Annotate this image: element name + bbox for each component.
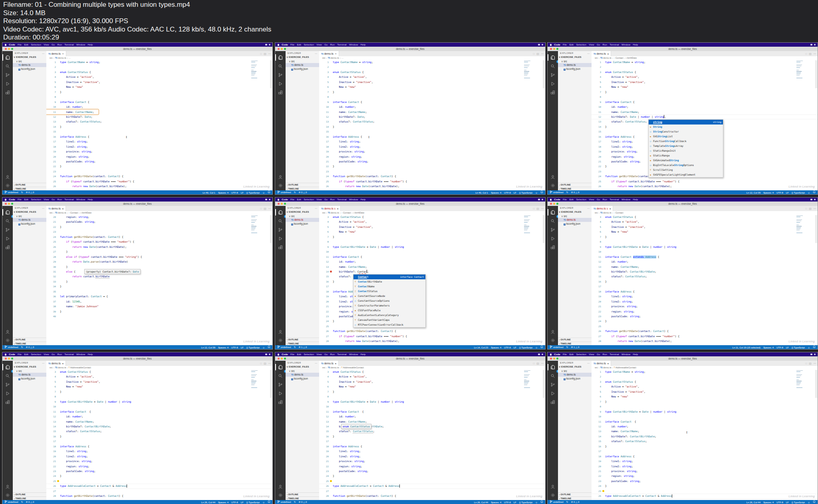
control-center-icon[interactable]: [542, 354, 544, 356]
cursor-position[interactable]: Ln 26, Col 44: [474, 501, 488, 504]
suggest-item[interactable]: ○StaticRangeInit: [649, 148, 723, 153]
encoding[interactable]: UTF-8: [504, 192, 511, 194]
menu-window[interactable]: Window: [621, 352, 630, 356]
control-center-icon[interactable]: [542, 199, 544, 201]
sync-icon[interactable]: ↻: [294, 191, 296, 194]
menu-terminal[interactable]: Terminal: [610, 43, 619, 47]
eol[interactable]: LF: [786, 192, 789, 194]
sidebar-item-src[interactable]: ∨src: [13, 59, 50, 63]
suggest-item[interactable]: ◆SVGFESpecularLightingElement: [649, 172, 723, 177]
traffic-light-close[interactable]: [278, 358, 280, 360]
tab-demo-ts[interactable]: TSdemo.ts●: [319, 361, 339, 366]
language-mode[interactable]: {} TypeScript: [519, 346, 532, 349]
run-debug-icon[interactable]: [5, 390, 10, 395]
feedback-smiley-icon[interactable]: ☺: [262, 501, 265, 504]
eol[interactable]: LF: [786, 501, 789, 504]
sync-icon[interactable]: ↻: [294, 501, 296, 503]
traffic-light-minimize[interactable]: [553, 48, 555, 50]
settings-gear-icon[interactable]: [550, 337, 555, 342]
menu-run[interactable]: Run: [58, 198, 62, 202]
menu-code[interactable]: Code: [9, 198, 15, 202]
open-preview-icon[interactable]: □: [805, 207, 807, 210]
menu-selection[interactable]: Selection: [31, 352, 41, 356]
problems-item[interactable]: ⊘ 0 △ 0: [571, 191, 579, 194]
menu-terminal[interactable]: Terminal: [610, 352, 619, 356]
menu-selection[interactable]: Selection: [576, 43, 586, 47]
search-icon[interactable]: [278, 373, 283, 378]
explorer-root-folder[interactable]: ∨EXERCISE_FILES: [558, 210, 592, 214]
indentation[interactable]: Spaces: 4: [491, 501, 501, 504]
notifications-bell-icon[interactable]: [540, 346, 543, 349]
explorer-more-actions-icon[interactable]: ⋯: [587, 52, 590, 55]
minimap[interactable]: [524, 215, 542, 235]
explorer-more-actions-icon[interactable]: ⋯: [315, 362, 317, 364]
eol[interactable]: LF: [241, 501, 244, 504]
more-actions-icon[interactable]: ⋯: [268, 207, 271, 210]
screen-record-icon[interactable]: [538, 354, 540, 356]
indentation[interactable]: Spaces: 4: [491, 192, 501, 194]
scrollbar-slider[interactable]: [270, 60, 272, 88]
suggest-item[interactable]: ◆SVGStringList: [649, 134, 723, 139]
explorer-icon[interactable]: [5, 54, 10, 59]
menu-help[interactable]: Help: [88, 43, 93, 47]
more-actions-icon[interactable]: ⋯: [814, 362, 816, 365]
source-control-icon[interactable]: [5, 227, 10, 231]
menu-help[interactable]: Help: [88, 198, 93, 202]
code-editor[interactable]: 3enum ContactStatus {4 Active = "active"…: [319, 215, 545, 345]
search-icon[interactable]: [5, 63, 10, 68]
apple-icon[interactable]: [550, 44, 552, 46]
suggest-item[interactable]: ○FunctionStringCallback: [649, 139, 723, 144]
tab-demo-ts[interactable]: TSdemo.ts●: [592, 361, 611, 366]
traffic-light-zoom[interactable]: [556, 358, 558, 360]
feedback-smiley-icon[interactable]: ☺: [262, 192, 265, 194]
code-editor[interactable]: 1type ContactName = string;23enum Contac…: [592, 370, 818, 500]
code-editor[interactable]: 3enum ContactStatus {4 Active = "active"…: [319, 370, 545, 500]
indentation[interactable]: Spaces: 4: [218, 346, 228, 349]
sidebar-item-src[interactable]: ∨src: [286, 369, 322, 373]
more-actions-icon[interactable]: ⋯: [541, 362, 544, 365]
scrollbar-slider[interactable]: [543, 370, 545, 398]
traffic-light-minimize[interactable]: [8, 48, 10, 50]
menu-run[interactable]: Run: [330, 198, 335, 202]
eol[interactable]: LF: [514, 346, 516, 349]
search-icon[interactable]: [550, 63, 555, 68]
menu-view[interactable]: View: [44, 43, 49, 47]
explorer-more-actions-icon[interactable]: ⋯: [315, 207, 317, 210]
sidebar-item-src[interactable]: ∨src: [13, 214, 50, 218]
split-editor-icon[interactable]: ◫: [809, 207, 811, 210]
traffic-light-zoom[interactable]: [556, 203, 558, 205]
scrollbar-slider[interactable]: [543, 60, 545, 88]
run-debug-icon[interactable]: [278, 235, 283, 240]
cursor-position[interactable]: Ln 12, Col 39: [747, 192, 760, 194]
encoding[interactable]: UTF-8: [776, 346, 783, 349]
suggest-item[interactable]: TCanvasFontVariantCaps: [353, 318, 425, 322]
control-center-icon[interactable]: [542, 44, 544, 46]
menu-window[interactable]: Window: [76, 43, 85, 47]
eol[interactable]: LF: [514, 192, 516, 194]
suggest-item[interactable]: ○RTCPeerConnectionErrorCallback: [353, 322, 425, 327]
search-icon[interactable]: [5, 218, 10, 223]
extensions-icon[interactable]: [5, 399, 10, 404]
explorer-root-folder[interactable]: ∨EXERCISE_FILES: [13, 210, 47, 214]
sync-icon[interactable]: ↻: [566, 346, 568, 348]
control-center-icon[interactable]: [814, 354, 816, 356]
traffic-light-close[interactable]: [550, 48, 552, 50]
menu-run[interactable]: Run: [603, 43, 607, 47]
menu-help[interactable]: Help: [361, 198, 366, 202]
menu-terminal[interactable]: Terminal: [610, 198, 619, 202]
scrollbar-slider[interactable]: [815, 370, 817, 398]
menu-file[interactable]: File: [563, 198, 567, 202]
menu-edit[interactable]: Edit: [24, 43, 28, 47]
account-icon[interactable]: [278, 329, 283, 334]
encoding[interactable]: UTF-8: [231, 192, 238, 194]
explorer-icon[interactable]: 1: [550, 209, 555, 214]
intellisense-suggest-widget[interactable]: ▪stringstring◆String○StringConstructor◆S…: [648, 119, 723, 178]
screen-record-icon[interactable]: [265, 44, 267, 46]
settings-gear-icon[interactable]: [278, 182, 283, 187]
open-preview-icon[interactable]: □: [260, 52, 262, 55]
code-editor[interactable]: 1type ContactName = string;23enum Contac…: [46, 60, 272, 190]
run-debug-icon[interactable]: [278, 390, 283, 395]
menu-run[interactable]: Run: [603, 352, 607, 356]
feedback-smiley-icon[interactable]: ☺: [535, 501, 538, 504]
suggest-item[interactable]: ◆String: [649, 125, 723, 129]
